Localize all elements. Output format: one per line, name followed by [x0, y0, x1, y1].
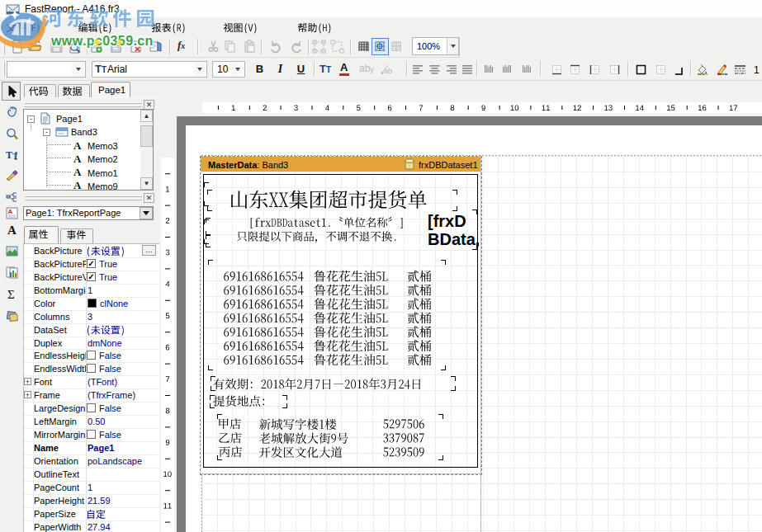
svg-text:Σ: Σ [7, 288, 15, 301]
svg-text:A: A [7, 224, 17, 237]
svg-text:T: T [6, 149, 12, 161]
svg-text:A: A [8, 208, 13, 215]
svg-text:ab: ab [384, 67, 392, 75]
